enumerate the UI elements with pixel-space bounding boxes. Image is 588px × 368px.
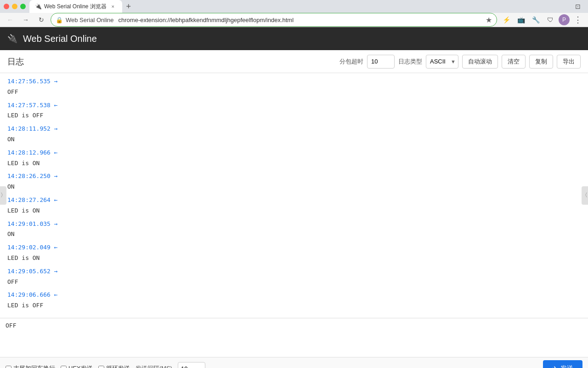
log-timestamp: 14:29:06.666 ← — [7, 290, 581, 300]
tab-bar: 🔌 Web Serial Online 浏览器 × + — [29, 0, 571, 13]
newline-checkbox-label[interactable]: 末尾加回车换行 — [6, 364, 55, 368]
log-timestamp: 14:27:57.538 ← — [7, 101, 581, 110]
log-value: OFF — [7, 87, 581, 97]
log-type-label: 日志类型 — [398, 58, 422, 66]
input-section: OFF 末尾加回车换行 HEX发送 循环发送 发送间隔(MS) — [0, 318, 588, 368]
reload-button[interactable]: ↻ — [35, 13, 48, 26]
loop-send-checkbox[interactable] — [98, 366, 104, 368]
address-url: chrome-extension://lebhpafkkendfnmmdljhg… — [119, 17, 483, 23]
devtools-icon[interactable]: 🔧 — [529, 13, 542, 26]
hex-send-label-text: HEX发送 — [68, 364, 93, 368]
shield-icon[interactable]: 🛡 — [544, 13, 557, 26]
hex-send-checkbox[interactable] — [61, 366, 67, 368]
browser-title-bar: 🔌 Web Serial Online 浏览器 × + ⊡ — [0, 0, 588, 13]
log-value: ON — [7, 230, 581, 239]
newline-checkbox[interactable] — [6, 366, 11, 368]
log-value: LED is OFF — [7, 301, 581, 310]
right-panel-toggle[interactable]: 〈 — [582, 186, 588, 205]
close-btn[interactable] — [4, 4, 9, 9]
log-timestamp: 14:28:26.250 → — [7, 172, 581, 181]
log-timestamp: 14:29:05.652 → — [7, 267, 581, 276]
log-toolbar-controls: 分包超时 日志类型 ASCII HEX UTF-8 ▼ 自动滚动 清空 复制 — [339, 55, 581, 69]
left-panel-toggle[interactable]: 〉 — [0, 186, 6, 205]
app-title: Web Serial Online — [23, 34, 97, 44]
log-type-select[interactable]: ASCII HEX UTF-8 — [426, 55, 458, 69]
minimize-btn[interactable] — [12, 4, 17, 9]
loop-send-checkbox-label[interactable]: 循环发送 — [98, 364, 130, 368]
input-toolbar: 末尾加回车换行 HEX发送 循环发送 发送间隔(MS) ✈ 发送 — [0, 357, 588, 368]
maximize-btn[interactable] — [20, 4, 26, 9]
address-bar[interactable]: 🔒 Web Serial Online chrome-extension://l… — [51, 13, 497, 27]
hex-send-checkbox-label[interactable]: HEX发送 — [61, 364, 93, 368]
interval-input[interactable] — [178, 362, 205, 368]
log-timestamp: 14:27:56.535 → — [7, 77, 581, 86]
toolbar-actions: ⚡ 📺 🔧 🛡 P ⋮ — [500, 13, 584, 26]
address-secure-indicator: 🔒 — [56, 17, 63, 23]
log-value: ON — [7, 182, 581, 192]
log-value: LED is ON — [7, 253, 581, 263]
send-label: 发送 — [560, 364, 573, 368]
send-button[interactable]: ✈ 发送 — [543, 360, 582, 368]
log-value: LED is OFF — [7, 111, 581, 121]
app-header: 🔌 Web Serial Online — [0, 27, 588, 50]
log-value: LED is ON — [7, 206, 581, 216]
packet-timeout-label: 分包超时 — [339, 58, 363, 66]
log-value: ON — [7, 135, 581, 144]
loop-send-label-text: 循环发送 — [106, 364, 130, 368]
active-tab[interactable]: 🔌 Web Serial Online 浏览器 × — [29, 0, 122, 13]
app-body: 🔌 Web Serial Online 日志 分包超时 日志类型 ASCII H… — [0, 27, 588, 368]
log-timestamp: 14:29:02.049 ← — [7, 243, 581, 253]
log-section-title: 日志 — [7, 56, 334, 67]
forward-button[interactable]: → — [19, 13, 32, 26]
cast-icon[interactable]: 📺 — [514, 13, 527, 26]
send-input[interactable]: OFF — [0, 318, 588, 355]
send-icon: ✈ — [552, 365, 558, 368]
more-menu-icon[interactable]: ⋮ — [571, 13, 584, 26]
interval-label: 发送间隔(MS) — [136, 364, 172, 368]
log-content: 14:27:56.535 →OFF14:27:57.538 ←LED is OF… — [0, 73, 588, 318]
extensions-icon[interactable]: ⚡ — [500, 13, 513, 26]
log-timestamp: 14:28:11.952 → — [7, 124, 581, 134]
tab-close-icon[interactable]: × — [109, 3, 117, 10]
copy-button[interactable]: 复制 — [529, 55, 553, 69]
back-button[interactable]: ← — [4, 13, 17, 26]
browser-toolbar: ← → ↻ 🔒 Web Serial Online chrome-extensi… — [0, 13, 588, 27]
new-tab-button[interactable]: + — [122, 0, 135, 13]
log-value: LED is ON — [7, 159, 581, 168]
export-button[interactable]: 导出 — [557, 55, 581, 69]
address-origin: Web Serial Online — [66, 17, 114, 23]
log-toolbar: 日志 分包超时 日志类型 ASCII HEX UTF-8 ▼ 自动滚动 清空 — [0, 50, 588, 73]
newline-label-text: 末尾加回车换行 — [13, 364, 55, 368]
log-timestamp: 14:29:01.035 → — [7, 219, 581, 229]
log-section: 日志 分包超时 日志类型 ASCII HEX UTF-8 ▼ 自动滚动 清空 — [0, 50, 588, 318]
profile-avatar[interactable]: P — [559, 14, 570, 25]
auto-scroll-button[interactable]: 自动滚动 — [462, 55, 498, 69]
log-value: OFF — [7, 277, 581, 287]
tab-favicon-icon: 🔌 — [35, 3, 41, 10]
app-logo-icon: 🔌 — [7, 34, 17, 44]
log-timestamp: 14:28:12.966 ← — [7, 148, 581, 158]
log-type-select-wrap: ASCII HEX UTF-8 ▼ — [426, 55, 458, 69]
packet-timeout-input[interactable] — [367, 55, 395, 69]
log-timestamp: 14:28:27.264 ← — [7, 196, 581, 205]
log-entries-container: 14:27:56.535 →OFF14:27:57.538 ←LED is OF… — [7, 77, 581, 314]
bookmark-icon[interactable]: ★ — [486, 16, 492, 24]
window-controls — [4, 4, 26, 9]
tab-title: Web Serial Online 浏览器 — [44, 3, 107, 11]
restore-down-icon[interactable]: ⊡ — [575, 3, 581, 10]
clear-button[interactable]: 清空 — [502, 55, 526, 69]
